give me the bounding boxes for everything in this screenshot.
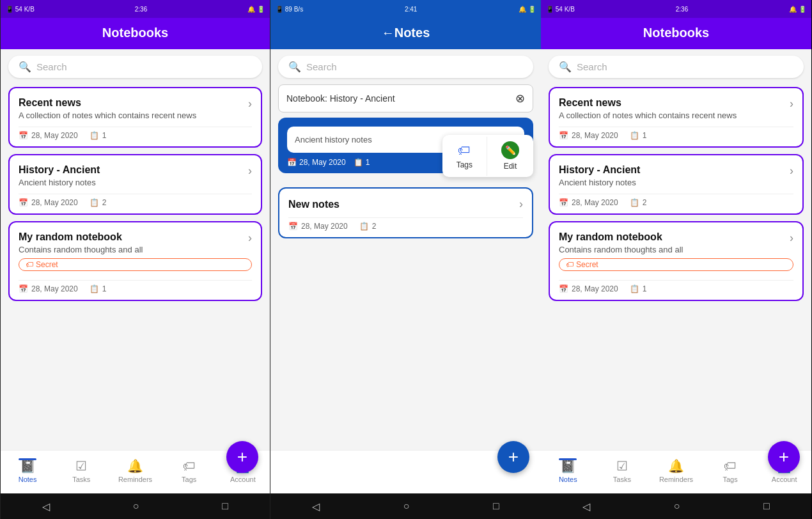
middle-header: ← Notes [270, 18, 541, 49]
back-btn-mid[interactable]: ◁ [312, 500, 320, 513]
home-btn-right[interactable]: ○ [674, 500, 680, 512]
nav-notes-label: Notes [19, 476, 37, 483]
notebook-card-recent-news[interactable]: Recent news A collection of notes which … [8, 87, 262, 148]
notebook-meta-history: 📅 28, May 2020 📋 2 [19, 198, 252, 207]
recent-btn-mid[interactable]: □ [493, 500, 499, 512]
tag-icon: 🏷 [566, 260, 574, 269]
right-search-input[interactable]: Search [577, 61, 607, 72]
right-meta-history: 📅 28, May 2020 📋 2 [559, 198, 793, 207]
right-date-recent: 28, May 2020 [572, 131, 618, 140]
notebook-title-random: My random notebook [19, 231, 143, 243]
note-title-new-notes: New notes [288, 199, 340, 210]
copy-icon: 📋 [90, 198, 99, 207]
divider [559, 280, 793, 281]
right-fab[interactable]: + [768, 441, 800, 473]
filter-chip[interactable]: Notebook: History - Ancient ⊗ [278, 84, 533, 112]
nav-reminders-label: Reminders [118, 476, 152, 483]
middle-title: Notes [394, 26, 430, 40]
right-sys-nav: ◁ ○ □ [541, 493, 811, 519]
recent-btn-right[interactable]: □ [763, 500, 770, 512]
middle-status-time: 2:41 [405, 6, 417, 13]
left-nav-reminders[interactable]: 🔔 Reminders [108, 458, 162, 483]
right-fab-icon: + [779, 447, 789, 467]
right-tags-icon: 🏷 [724, 459, 737, 474]
context-menu-box: 🏷 Tags ✏️ Edit [442, 135, 533, 177]
notebook-desc-random: Contains random thoughts and all [19, 245, 143, 254]
right-nav-tasks[interactable]: ☑ Tasks [595, 458, 650, 483]
chevron-right-recent: › [790, 97, 793, 111]
right-search-bar[interactable]: 🔍 Search [549, 56, 804, 78]
left-nav-tags[interactable]: 🏷 Tags [162, 459, 216, 483]
ctx-edit-label: Edit [504, 162, 517, 171]
tasks-icon: ☑ [75, 458, 87, 474]
divider [19, 194, 252, 194]
chevron-right-history: › [790, 164, 793, 178]
home-btn-mid[interactable]: ○ [403, 500, 410, 512]
back-btn[interactable]: ◁ [42, 500, 50, 513]
divider [19, 280, 252, 281]
count-recent-news: 1 [102, 131, 107, 140]
right-nav-tags[interactable]: 🏷 Tags [703, 459, 758, 483]
note-count: 2 [372, 222, 377, 231]
filter-label: Notebook: History - Ancient [286, 93, 395, 104]
middle-search-bar[interactable]: 🔍 Search [278, 56, 533, 78]
right-notebook-card-history[interactable]: History - Ancient Ancient history notes … [549, 154, 804, 215]
right-status-time: 2:36 [676, 6, 688, 13]
notebook-meta-recent-news: 📅 28, May 2020 📋 1 [19, 131, 252, 140]
left-nav-notes[interactable]: 📓 Notes [1, 458, 54, 483]
right-notebook-card-recent-news[interactable]: Recent news A collection of notes which … [549, 87, 804, 148]
right-meta-random: 📅 28, May 2020 📋 1 [559, 284, 793, 293]
nav-account-label: Account [230, 476, 256, 483]
right-nav-reminders[interactable]: 🔔 Reminders [649, 458, 703, 483]
left-fab[interactable]: + [226, 441, 258, 473]
right-count-history: 2 [643, 198, 647, 207]
context-count: 1 [366, 158, 370, 167]
right-meta-recent: 📅 28, May 2020 📋 1 [559, 131, 793, 140]
left-search-bar[interactable]: 🔍 Search [8, 56, 262, 78]
notebook-desc-history: Ancient history notes [19, 178, 100, 187]
copy-icon: 📋 [90, 131, 99, 140]
right-notebook-card-random[interactable]: My random notebook Contains random thoug… [549, 221, 804, 301]
right-notebook-title-random: My random notebook [559, 231, 683, 243]
left-nav-tasks[interactable]: ☑ Tasks [54, 458, 108, 483]
tag-icon: 🏷 [26, 260, 33, 269]
notebook-title-history: History - Ancient [19, 164, 100, 176]
nav-active-indicator [559, 458, 577, 460]
ctx-menu-tags[interactable]: 🏷 Tags [442, 137, 487, 176]
copy-icon: 📋 [630, 131, 639, 140]
back-arrow-btn[interactable]: ← [382, 26, 394, 40]
copy-icon-ctx: 📋 [354, 158, 363, 167]
context-date: 28, May 2020 [299, 158, 346, 167]
middle-status-bar: 📱 89 B/s 2:41 🔔 🔋 [270, 0, 541, 18]
right-date-random: 28, May 2020 [572, 284, 618, 293]
middle-search-input[interactable]: Search [306, 61, 337, 72]
notebook-card-random[interactable]: My random notebook Contains random thoug… [8, 221, 262, 301]
notebook-card-history-ancient[interactable]: History - Ancient Ancient history notes … [8, 154, 262, 215]
right-nav-notes[interactable]: 📓 Notes [541, 458, 595, 483]
note-card-new-notes[interactable]: New notes › 📅 28, May 2020 📋 2 [278, 187, 533, 238]
edit-menu-icon: ✏️ [501, 141, 519, 159]
middle-panel: 📱 89 B/s 2:41 🔔 🔋 ← Notes 🔍 Search Noteb… [270, 0, 541, 519]
right-notebook-desc-history: Ancient history notes [559, 178, 640, 187]
calendar-icon: 📅 [19, 198, 28, 207]
middle-fab-icon: + [508, 447, 519, 467]
back-btn-right[interactable]: ◁ [582, 500, 590, 513]
tags-icon: 🏷 [183, 459, 196, 474]
left-search-input[interactable]: Search [36, 61, 67, 72]
notebook-desc-recent-news: A collection of notes which contains rec… [19, 111, 196, 120]
right-nav-reminders-label: Reminders [659, 476, 693, 483]
middle-fab[interactable]: + [497, 441, 529, 473]
notebook-meta-random: 📅 28, May 2020 📋 1 [19, 284, 252, 293]
home-btn[interactable]: ○ [133, 500, 139, 512]
reminders-icon: 🔔 [127, 458, 143, 474]
nav-tags-label: Tags [182, 476, 196, 483]
copy-icon: 📋 [630, 198, 639, 207]
context-area: Ancient history notes › 📅 28, May 2020 📋… [278, 118, 533, 177]
filter-close-icon[interactable]: ⊗ [515, 91, 525, 105]
recent-btn[interactable]: □ [222, 500, 228, 512]
left-search-icon: 🔍 [19, 61, 31, 73]
tag-label: Secret [36, 260, 58, 269]
ctx-menu-edit[interactable]: ✏️ Edit [487, 135, 533, 177]
right-search-icon: 🔍 [559, 61, 572, 73]
note-meta-new-notes: 📅 28, May 2020 📋 2 [288, 222, 523, 231]
